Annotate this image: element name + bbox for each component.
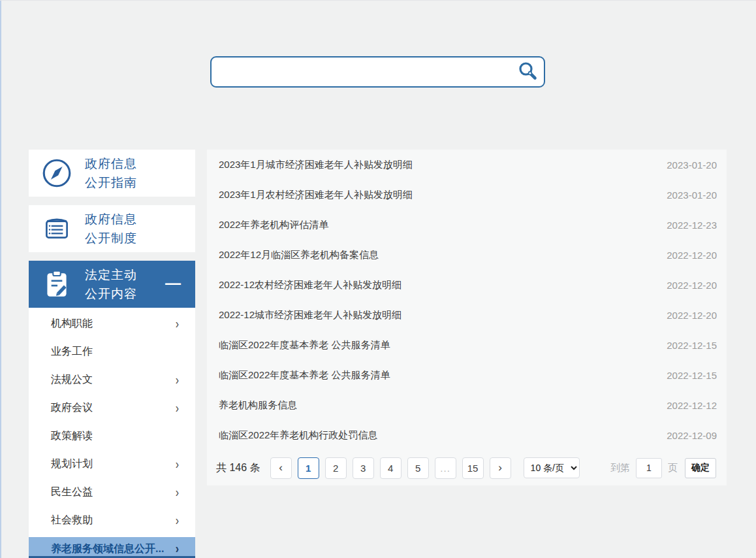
page-button-1[interactable]: 1 xyxy=(298,457,319,479)
list-item[interactable]: 临淄区2022年度基本养老 公共服务清单 2022-12-15 xyxy=(207,330,727,360)
goto-page-input[interactable] xyxy=(636,458,662,478)
chevron-right-icon: › xyxy=(176,401,179,416)
list-item[interactable]: 临淄区2022年养老机构行政处罚信息 2022-12-09 xyxy=(207,420,727,450)
document-date: 2022-12-20 xyxy=(667,250,717,261)
page-button-2[interactable]: 2 xyxy=(325,457,347,479)
pagination-bar: 共 146 条 ‹ 1 2 3 4 5 ... 15 › 10 条/页 到第 页… xyxy=(207,450,727,485)
document-list-panel: 2023年1月城市经济困难老年人补贴发放明细 2023-01-20 2023年1… xyxy=(207,150,727,485)
sidebar-item-label: 养老服务领域信息公开... xyxy=(51,542,164,556)
collapse-minus-icon[interactable]: — xyxy=(165,275,181,291)
chevron-right-icon: › xyxy=(176,316,179,331)
document-title-link[interactable]: 养老机构服务信息 xyxy=(219,399,297,412)
document-date: 2022-12-15 xyxy=(667,340,717,351)
book-icon xyxy=(29,212,85,245)
sidebar-item-label: 法定主动 公开内容 xyxy=(85,265,137,303)
goto-page-group: 到第 页 确定 xyxy=(610,458,716,478)
sidebar-item-label: 政策解读 xyxy=(51,429,93,443)
goto-prefix-label: 到第 xyxy=(610,462,630,474)
next-page-button[interactable]: › xyxy=(490,457,511,479)
document-title-link[interactable]: 2023年1月农村经济困难老年人补贴发放明细 xyxy=(219,189,413,201)
page-button-4[interactable]: 4 xyxy=(380,457,402,479)
page-size-select[interactable]: 10 条/页 xyxy=(524,457,580,478)
document-date: 2022-12-20 xyxy=(667,310,717,321)
sidebar-item-statutory-disclosure[interactable]: 法定主动 公开内容 — xyxy=(29,261,195,308)
sidebar-item-regulations[interactable]: 法规公文 › xyxy=(29,366,195,394)
sidebar-item-gov-info-system[interactable]: 政府信息 公开制度 xyxy=(29,205,195,252)
chevron-right-icon: › xyxy=(176,485,179,500)
document-date: 2023-01-20 xyxy=(667,159,717,171)
list-item[interactable]: 2023年1月城市经济困难老年人补贴发放明细 2023-01-20 xyxy=(207,150,727,180)
list-item[interactable]: 2022-12城市经济困难老年人补贴发放明细 2022-12-20 xyxy=(207,300,727,330)
list-item[interactable]: 临淄区2022年度基本养老 公共服务清单 2022-12-15 xyxy=(207,360,727,390)
list-item[interactable]: 2022-12农村经济困难老年人补贴发放明细 2022-12-20 xyxy=(207,270,727,300)
sidebar-item-elderly-care-disclosure[interactable]: 养老服务领域信息公开... › xyxy=(29,537,195,558)
document-title-link[interactable]: 临淄区2022年养老机构行政处罚信息 xyxy=(219,429,377,442)
document-date: 2023-01-20 xyxy=(667,189,717,201)
chevron-right-icon: › xyxy=(176,372,179,387)
document-title-link[interactable]: 临淄区2022年度基本养老 公共服务清单 xyxy=(219,369,390,382)
sidebar-item-label: 民生公益 xyxy=(51,485,93,499)
clipboard-pencil-icon xyxy=(29,268,85,301)
chevron-right-icon: › xyxy=(176,457,179,472)
document-date: 2022-12-20 xyxy=(667,280,717,291)
document-title-link[interactable]: 2022-12城市经济困难老年人补贴发放明细 xyxy=(219,309,402,321)
sidebar-item-label: 业务工作 xyxy=(51,345,93,359)
sidebar-item-label: 政府信息 公开指南 xyxy=(85,154,137,192)
sidebar-item-label: 法规公文 xyxy=(51,373,93,387)
confirm-button[interactable]: 确定 xyxy=(685,458,716,478)
sidebar-item-label: 机构职能 xyxy=(51,317,93,331)
sidebar-item-business-work[interactable]: 业务工作 xyxy=(29,338,195,366)
document-date: 2022-12-09 xyxy=(667,430,717,441)
prev-page-button[interactable]: ‹ xyxy=(270,457,292,479)
sidebar-item-label: 政府信息 公开制度 xyxy=(85,210,137,248)
chevron-right-icon: › xyxy=(176,513,179,528)
list-item[interactable]: 2023年1月农村经济困难老年人补贴发放明细 2023-01-20 xyxy=(207,180,727,210)
sidebar-submenu: 机构职能 › 业务工作 法规公文 › 政府会议 › 政策解读 规划计划 › 民生… xyxy=(29,308,195,558)
sidebar-item-livelihood-welfare[interactable]: 民生公益 › xyxy=(29,478,195,506)
document-date: 2022-12-12 xyxy=(667,400,717,411)
document-title-link[interactable]: 2022-12农村经济困难老年人补贴发放明细 xyxy=(219,279,402,291)
sidebar-item-label: 规划计划 xyxy=(51,457,93,471)
document-title-link[interactable]: 临淄区2022年度基本养老 公共服务清单 xyxy=(219,339,390,352)
compass-icon xyxy=(29,157,85,189)
sidebar-item-label: 政府会议 xyxy=(51,401,93,415)
document-title-link[interactable]: 2022年12月临淄区养老机构备案信息 xyxy=(219,249,379,261)
page-button-5[interactable]: 5 xyxy=(407,457,429,479)
search-input[interactable] xyxy=(210,56,545,88)
search-icon xyxy=(517,61,538,84)
page-left-accent xyxy=(0,1,1,558)
sidebar-item-agency-functions[interactable]: 机构职能 › xyxy=(29,310,195,338)
sidebar-item-planning[interactable]: 规划计划 › xyxy=(29,450,195,478)
list-item[interactable]: 2022年12月临淄区养老机构备案信息 2022-12-20 xyxy=(207,240,727,270)
search-button[interactable] xyxy=(516,60,539,84)
page-button-15[interactable]: 15 xyxy=(462,457,484,479)
document-title-link[interactable]: 2023年1月城市经济困难老年人补贴发放明细 xyxy=(219,159,413,171)
page-ellipsis-button[interactable]: ... xyxy=(435,457,456,479)
sidebar-item-policy-interpretation[interactable]: 政策解读 xyxy=(29,422,195,450)
total-count-label: 共 146 条 xyxy=(216,461,260,475)
goto-suffix-label: 页 xyxy=(668,462,678,474)
document-date: 2022-12-15 xyxy=(667,370,717,381)
sidebar-item-gov-info-guide[interactable]: 政府信息 公开指南 xyxy=(29,150,195,197)
sidebar-item-social-assistance[interactable]: 社会救助 › xyxy=(29,506,195,534)
sidebar-item-label: 社会救助 xyxy=(51,514,93,527)
search-bar xyxy=(210,56,545,88)
list-item[interactable]: 养老机构服务信息 2022-12-12 xyxy=(207,390,727,420)
sidebar-item-gov-meetings[interactable]: 政府会议 › xyxy=(29,394,195,422)
document-title-link[interactable]: 2022年养老机构评估清单 xyxy=(219,219,328,231)
page-button-3[interactable]: 3 xyxy=(353,457,374,479)
list-item[interactable]: 2022年养老机构评估清单 2022-12-23 xyxy=(207,210,727,240)
chevron-right-icon: › xyxy=(176,542,179,557)
document-date: 2022-12-23 xyxy=(667,220,717,231)
